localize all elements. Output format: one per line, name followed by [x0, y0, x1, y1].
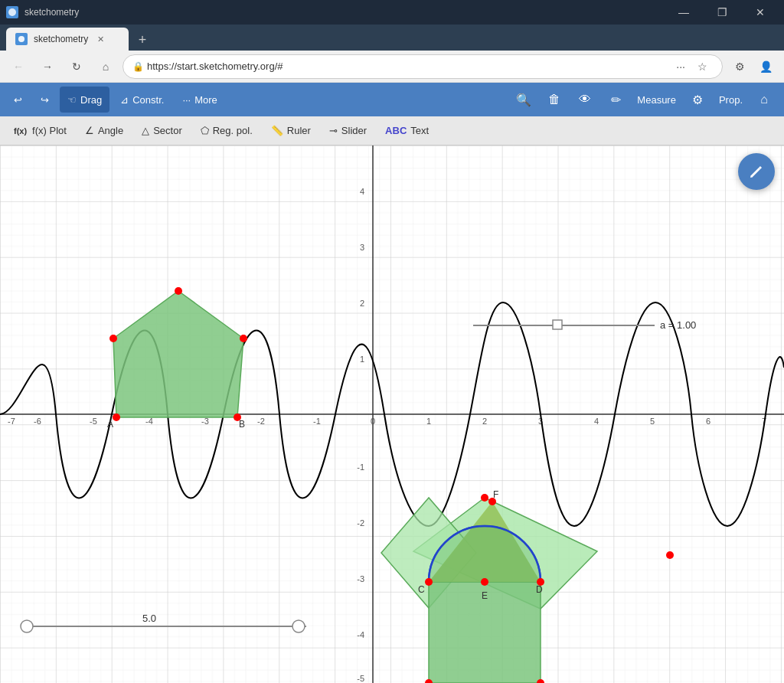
- sector-label: Sector: [153, 125, 182, 136]
- drag-button[interactable]: ☜ Drag: [60, 87, 109, 113]
- edit-icon: ✏: [611, 93, 621, 107]
- drag-label: Drag: [80, 94, 102, 106]
- svg-text:4: 4: [594, 417, 599, 426]
- svg-text:-7: -7: [8, 417, 15, 426]
- settings-icon-btn[interactable]: ⚙: [684, 87, 711, 113]
- more-label: More: [194, 94, 217, 106]
- edit-tool-button[interactable]: ✏: [602, 87, 629, 113]
- home-button[interactable]: ⌂: [93, 54, 118, 79]
- canvas-area[interactable]: 0 -1 -2 -3 -4 -5 -6 1 2 3 4 5 6 7 -7 1 2…: [0, 145, 784, 683]
- extensions-button[interactable]: ⚙: [727, 54, 752, 79]
- undo-button[interactable]: ↩: [6, 87, 30, 113]
- restore-button[interactable]: ❐: [704, 0, 740, 25]
- settings-icon: ⚙: [692, 93, 703, 107]
- ruler-button[interactable]: 📏 Ruler: [263, 119, 318, 142]
- active-tab[interactable]: sketchometry ✕: [6, 28, 129, 51]
- prop-label[interactable]: Prop.: [714, 94, 747, 106]
- address-actions: ☆: [691, 56, 713, 77]
- bookmark-icon[interactable]: ☆: [691, 56, 713, 77]
- text-button[interactable]: ABC Text: [377, 119, 436, 142]
- ruler-icon: 📏: [271, 125, 283, 136]
- titlebar-title: sketchometry: [24, 7, 79, 18]
- svg-text:C: C: [418, 584, 425, 595]
- svg-text:2: 2: [360, 299, 364, 308]
- new-tab-button[interactable]: +: [132, 29, 153, 51]
- slider-button[interactable]: ⊸ Slider: [322, 119, 374, 142]
- svg-text:2: 2: [482, 417, 487, 426]
- svg-text:D: D: [536, 584, 543, 595]
- angle-label: Angle: [98, 125, 123, 136]
- bottom-slider-left-handle: [21, 620, 33, 632]
- regpol-label: Reg. pol.: [213, 125, 253, 136]
- slider-value-text: a = 1.00: [660, 319, 696, 331]
- visibility-tool-button[interactable]: 👁: [571, 87, 599, 113]
- svg-text:-1: -1: [313, 417, 321, 426]
- security-icon: 🔒: [132, 61, 144, 72]
- delete-tool-button[interactable]: 🗑: [541, 87, 568, 113]
- svg-text:1: 1: [426, 417, 431, 426]
- fab-button[interactable]: [738, 153, 775, 190]
- canvas-svg: 0 -1 -2 -3 -4 -5 -6 1 2 3 4 5 6 7 -7 1 2…: [0, 145, 784, 683]
- svg-text:B: B: [239, 419, 245, 430]
- sector-button[interactable]: △ Sector: [134, 119, 190, 142]
- measure-label[interactable]: Measure: [632, 94, 681, 106]
- bottom-slider-value: 5.0: [142, 613, 156, 624]
- toolbar-right-tools: 🔍 🗑 👁 ✏ Measure ⚙ Prop. ⌂: [510, 87, 778, 113]
- plot-button[interactable]: f(x) f(x) Plot: [6, 119, 74, 142]
- pencil-icon: [748, 163, 765, 180]
- window-controls: — ❐ ✕: [666, 0, 778, 25]
- home-tool-button[interactable]: ⌂: [750, 87, 778, 113]
- search-tool-button[interactable]: 🔍: [510, 87, 537, 113]
- more-dots-icon: ···: [182, 94, 191, 106]
- addressbar: ← → ↻ ⌂ 🔒 https://start.sketchometry.org…: [0, 51, 784, 83]
- forward-button[interactable]: →: [35, 54, 60, 79]
- svg-point-0: [8, 8, 16, 16]
- close-button[interactable]: ✕: [743, 0, 778, 25]
- svg-text:-4: -4: [357, 630, 364, 639]
- constr-icon: ⊿: [120, 94, 129, 106]
- regpol-button[interactable]: ⬠ Reg. pol.: [193, 119, 260, 142]
- tab-favicon: [15, 33, 28, 45]
- svg-text:1: 1: [360, 355, 364, 364]
- more-button[interactable]: ··· More: [175, 87, 224, 113]
- refresh-button[interactable]: ↻: [64, 54, 89, 79]
- redo-icon: ↪: [41, 94, 49, 106]
- minimize-button[interactable]: —: [666, 0, 701, 25]
- svg-point-33: [113, 413, 120, 421]
- svg-text:-5: -5: [90, 417, 97, 426]
- browser-toolbar-right: ⚙ 👤: [727, 54, 778, 79]
- back-button[interactable]: ←: [6, 54, 31, 79]
- plot-label: f(x) Plot: [32, 125, 67, 136]
- angle-button[interactable]: ∠ Angle: [77, 119, 131, 142]
- eye-icon: 👁: [579, 93, 591, 106]
- svg-text:-3: -3: [201, 417, 209, 426]
- svg-text:3: 3: [360, 243, 364, 252]
- redo-button[interactable]: ↪: [33, 87, 57, 113]
- home-icon: ⌂: [760, 93, 768, 106]
- app-toolbar: ↩ ↪ ☜ Drag ⊿ Constr. ··· More 🔍 🗑 👁 ✏ Me…: [0, 83, 784, 116]
- svg-point-1: [18, 36, 24, 42]
- titlebar-left: sketchometry: [6, 6, 79, 18]
- point-top-diamond: [481, 494, 488, 502]
- profile-button[interactable]: 👤: [753, 54, 778, 79]
- constr-button[interactable]: ⊿ Constr.: [113, 87, 172, 113]
- text-icon: ABC: [385, 125, 407, 136]
- svg-text:5: 5: [650, 417, 655, 426]
- svg-text:-6: -6: [34, 417, 41, 426]
- address-bar[interactable]: 🔒 https://start.sketchometry.org/# ··· ☆: [122, 54, 723, 79]
- angle-icon: ∠: [85, 125, 94, 136]
- address-options[interactable]: ···: [670, 60, 691, 73]
- tab-close-button[interactable]: ✕: [94, 33, 106, 45]
- url-text: https://start.sketchometry.org/#: [147, 60, 670, 72]
- svg-text:6: 6: [706, 417, 710, 426]
- delete-icon: 🗑: [548, 93, 560, 106]
- bottom-slider-right-handle: [292, 620, 305, 632]
- svg-text:4: 4: [360, 187, 364, 196]
- sector-icon: △: [142, 125, 149, 136]
- svg-text:F: F: [493, 489, 498, 500]
- svg-text:-4: -4: [145, 417, 153, 426]
- titlebar: sketchometry — ❐ ✕: [0, 0, 784, 25]
- plot-icon: f(x): [14, 126, 27, 136]
- svg-text:-5: -5: [357, 674, 364, 683]
- svg-text:-2: -2: [257, 417, 265, 426]
